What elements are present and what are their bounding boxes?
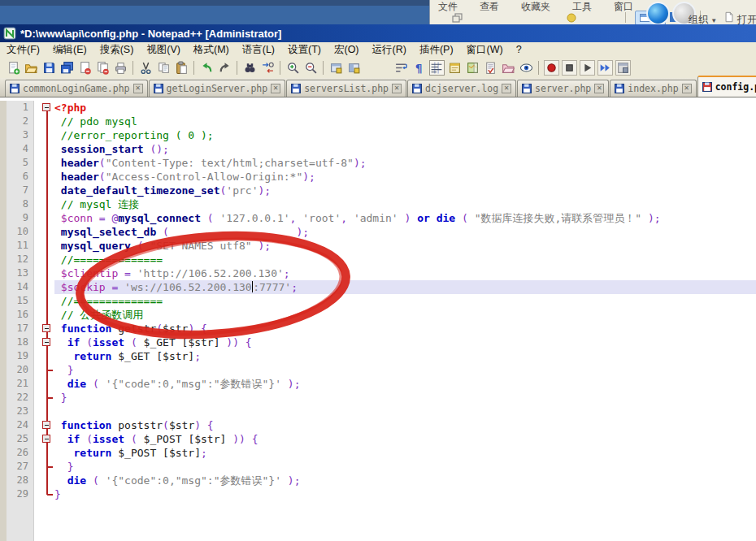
fold-margin[interactable] <box>40 474 54 487</box>
fold-margin[interactable] <box>40 432 54 446</box>
new-file-icon[interactable] <box>6 60 21 76</box>
code-line-6[interactable]: 6 header("Access-Control-Allow-Origin:*"… <box>0 170 756 184</box>
code-line-17[interactable]: 17 function getstr($str) { <box>0 322 756 335</box>
fold-margin[interactable] <box>40 322 54 335</box>
code-line-15[interactable]: 15 //============== <box>0 294 756 308</box>
explorer-menu-1[interactable]: 查看 <box>480 0 499 11</box>
fold-margin[interactable] <box>40 377 54 391</box>
code-line-27[interactable]: 27 } <box>0 460 756 474</box>
replace-icon[interactable] <box>260 60 276 76</box>
back-button[interactable] <box>646 2 670 25</box>
close-file-icon[interactable] <box>77 60 93 76</box>
fold-margin[interactable] <box>40 156 54 170</box>
code-line-12[interactable]: 12 //============== <box>0 253 756 266</box>
tab-close-icon[interactable]: ✕ <box>682 84 692 93</box>
fold-margin[interactable] <box>40 487 54 501</box>
fold-collapse-icon[interactable] <box>42 421 50 429</box>
find-icon[interactable] <box>242 60 258 76</box>
save-all-icon[interactable] <box>59 60 75 76</box>
fold-collapse-icon[interactable] <box>42 338 50 346</box>
menu-item-2[interactable]: 搜索(S) <box>93 43 141 57</box>
code-line-11[interactable]: 11 mysql_query ( "SET NAMES utf8" ); <box>0 239 756 253</box>
code-line-5[interactable]: 5 header("Content-Type: text/html;charse… <box>0 156 756 170</box>
menu-item-10[interactable]: 窗口(W) <box>460 43 510 57</box>
fold-margin[interactable] <box>40 460 54 474</box>
fold-margin[interactable] <box>40 184 54 197</box>
stop-macro-icon[interactable] <box>562 60 577 76</box>
save-macro-icon[interactable] <box>615 60 631 76</box>
fold-margin[interactable] <box>40 349 54 363</box>
fold-margin[interactable] <box>40 446 54 460</box>
fold-collapse-icon[interactable] <box>42 324 50 332</box>
sync-vertical-icon[interactable] <box>328 60 344 76</box>
code-line-23[interactable]: 23 <box>0 405 756 418</box>
fold-margin[interactable] <box>40 363 54 377</box>
tab-commonLoginGame.php[interactable]: commonLoginGame.php✕ <box>5 80 148 97</box>
fold-margin[interactable] <box>40 142 54 156</box>
fold-margin[interactable] <box>40 253 54 266</box>
fold-margin[interactable] <box>40 211 54 225</box>
code-line-4[interactable]: 4 session_start (); <box>0 142 756 156</box>
tab-index.php[interactable]: index.php✕ <box>610 80 696 97</box>
tab-close-icon[interactable]: ✕ <box>133 84 143 93</box>
editor-empty-area[interactable] <box>0 501 756 541</box>
sync-horizontal-icon[interactable] <box>346 60 362 76</box>
code-line-24[interactable]: 24 function poststr($str) { <box>0 418 756 432</box>
word-wrap-icon[interactable] <box>393 60 409 76</box>
titlebar[interactable]: *D:\www\api\config.php - Notepad++ [Admi… <box>0 24 756 42</box>
fold-margin[interactable] <box>40 101 54 115</box>
close-all-icon[interactable] <box>95 60 111 76</box>
tab-close-icon[interactable]: ✕ <box>392 84 402 93</box>
tab-getLoginServer.php[interactable]: getLoginServer.php✕ <box>149 80 286 97</box>
tab-config.php[interactable]: config.php✕ <box>697 76 756 97</box>
fold-margin[interactable] <box>40 335 54 349</box>
undo-icon[interactable] <box>199 60 215 76</box>
code-line-10[interactable]: 10 mysql_select_db ( ); <box>0 225 756 239</box>
fold-margin[interactable] <box>40 170 54 184</box>
code-line-26[interactable]: 26 return $_POST [$str]; <box>0 446 756 460</box>
cut-icon[interactable] <box>138 60 154 76</box>
tab-serversList.php[interactable]: serversList.php✕ <box>286 80 406 97</box>
show-symbols-icon[interactable]: ¶ <box>411 60 427 76</box>
folder-workspace-icon[interactable] <box>501 60 516 76</box>
menu-item-4[interactable]: 格式(M) <box>187 43 236 57</box>
fold-margin[interactable] <box>40 225 54 239</box>
save-icon[interactable] <box>41 60 57 76</box>
fold-margin[interactable] <box>40 239 54 253</box>
menu-item-9[interactable]: 插件(P) <box>413 43 460 57</box>
code-line-25[interactable]: 25 if (isset ( $_POST [$str] )) { <box>0 432 756 446</box>
menu-item-1[interactable]: 编辑(E) <box>46 43 93 57</box>
restore-window-icon[interactable] <box>451 11 464 24</box>
indent-guide-icon[interactable] <box>429 60 445 76</box>
document-map-icon[interactable] <box>465 60 480 76</box>
fold-margin[interactable] <box>40 418 54 432</box>
print-icon[interactable] <box>113 60 128 76</box>
menu-item-5[interactable]: 语言(L) <box>236 43 281 57</box>
play-macro-icon[interactable] <box>580 60 595 76</box>
run-macro-multiple-icon[interactable] <box>597 60 613 76</box>
code-line-9[interactable]: 9 $conn = @mysql_connect ( '127.0.0.1', … <box>0 211 756 225</box>
code-line-8[interactable]: 8 // mysql 连接 <box>0 197 756 211</box>
monitoring-eye-icon[interactable] <box>519 60 534 76</box>
fold-margin[interactable] <box>40 128 54 142</box>
code-line-20[interactable]: 20 } <box>0 363 756 377</box>
fold-margin[interactable] <box>40 391 54 405</box>
code-line-13[interactable]: 13 $clientip = 'http://106.52.200.130'; <box>0 266 756 280</box>
menu-item-8[interactable]: 运行(R) <box>366 43 413 57</box>
fold-margin[interactable] <box>40 266 54 280</box>
code-line-28[interactable]: 28 die ( '{"code":0,"msg":"参数错误"}' ); <box>0 474 756 487</box>
fold-collapse-icon[interactable] <box>42 103 50 111</box>
code-line-18[interactable]: 18 if (isset ( $_GET [$str] )) { <box>0 335 756 349</box>
code-line-29[interactable]: 29} <box>0 487 756 501</box>
zoom-in-icon[interactable] <box>285 60 301 76</box>
tab-close-icon[interactable]: ✕ <box>271 84 280 93</box>
explorer-menu-0[interactable]: 文件 <box>438 0 458 11</box>
fold-margin[interactable] <box>40 405 54 418</box>
code-line-1[interactable]: 1<?php <box>0 101 756 115</box>
explorer-menu-4[interactable]: 窗口 <box>614 0 633 11</box>
menu-item-6[interactable]: 设置(T) <box>281 43 328 57</box>
menu-item-3[interactable]: 视图(V) <box>140 43 187 57</box>
fold-margin[interactable] <box>40 197 54 211</box>
code-line-7[interactable]: 7 date_default_timezone_set('prc'); <box>0 184 756 197</box>
redo-icon[interactable] <box>217 60 232 76</box>
